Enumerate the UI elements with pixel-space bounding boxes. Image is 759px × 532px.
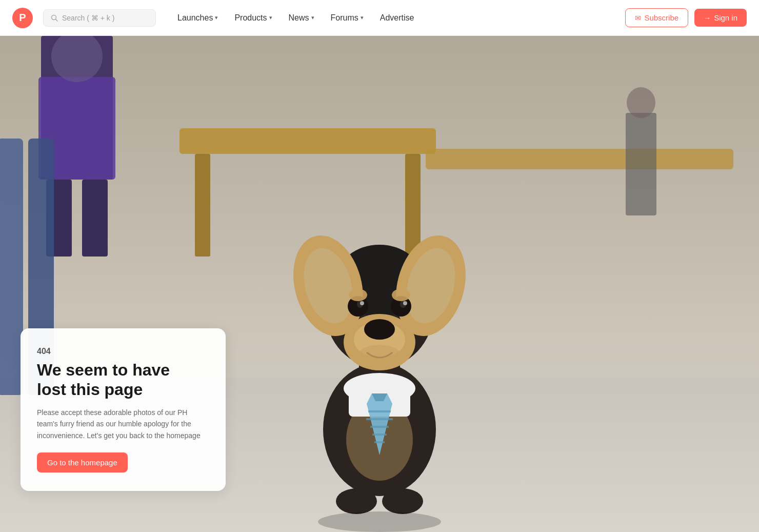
error-description: Please accept these adorable photos of o… <box>37 407 209 441</box>
svg-point-43 <box>318 511 441 532</box>
svg-line-1 <box>56 19 58 21</box>
logo-icon: P <box>12 8 33 28</box>
svg-point-31 <box>364 319 395 340</box>
chevron-down-icon: ▾ <box>215 14 218 21</box>
svg-point-38 <box>349 289 367 301</box>
nav-item-news[interactable]: News ▾ <box>282 9 322 27</box>
hero-background: 404 We seem to have lost this page Pleas… <box>0 36 759 532</box>
chevron-down-icon: ▾ <box>269 14 272 21</box>
error-card: 404 We seem to have lost this page Pleas… <box>21 328 226 491</box>
search-placeholder: Search ( ⌘ + k ) <box>62 14 114 22</box>
error-code: 404 <box>37 347 209 356</box>
subscribe-icon: ✉ <box>635 14 641 22</box>
nav-right: ✉ Subscribe → Sign in <box>625 8 747 27</box>
signin-icon: → <box>704 14 711 22</box>
svg-point-41 <box>336 488 377 514</box>
search-box[interactable]: Search ( ⌘ + k ) <box>43 9 156 27</box>
chevron-down-icon: ▾ <box>361 14 364 21</box>
svg-point-40 <box>356 345 403 370</box>
dog-figure <box>277 147 482 532</box>
svg-rect-9 <box>626 113 656 215</box>
navbar: P Search ( ⌘ + k ) Launches ▾ Products ▾… <box>0 0 759 36</box>
background-person-right <box>615 87 667 215</box>
svg-rect-7 <box>0 139 23 395</box>
chevron-down-icon: ▾ <box>311 14 314 21</box>
nav-item-products[interactable]: Products ▾ <box>227 9 279 27</box>
error-title: We seem to have lost this page <box>37 360 209 400</box>
nav-links: Launches ▾ Products ▾ News ▾ Forums ▾ Ad… <box>170 9 621 27</box>
svg-rect-4 <box>82 180 108 257</box>
svg-point-39 <box>392 289 410 301</box>
nav-item-forums[interactable]: Forums ▾ <box>324 9 371 27</box>
svg-point-37 <box>403 301 407 305</box>
search-icon <box>51 14 58 22</box>
svg-point-36 <box>360 301 364 305</box>
go-to-homepage-button[interactable]: Go to the homepage <box>37 452 128 472</box>
signin-button[interactable]: → Sign in <box>694 9 747 27</box>
logo[interactable]: P <box>12 8 33 28</box>
subscribe-button[interactable]: ✉ Subscribe <box>625 8 688 27</box>
table-leg-1 <box>195 154 210 257</box>
nav-item-advertise[interactable]: Advertise <box>373 9 422 27</box>
svg-point-10 <box>627 87 655 118</box>
nav-item-launches[interactable]: Launches ▾ <box>170 9 225 27</box>
dog-svg <box>282 183 477 532</box>
svg-point-42 <box>382 488 423 514</box>
